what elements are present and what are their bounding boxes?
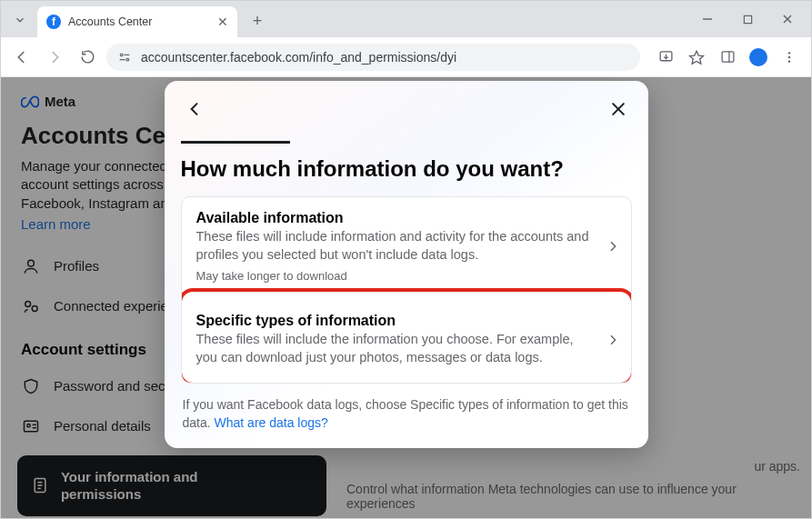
- chrome-menu-icon[interactable]: [775, 44, 804, 71]
- window-controls: [687, 1, 807, 37]
- modal-options-card: Available information These files will i…: [181, 196, 632, 384]
- option-title: Available information: [196, 210, 591, 226]
- tab-search-dropdown[interactable]: [8, 8, 32, 32]
- svg-rect-11: [722, 52, 734, 62]
- tab-bar: f Accounts Center ✕ +: [1, 1, 811, 37]
- nav-back-button[interactable]: [8, 44, 35, 71]
- window-maximize-button[interactable]: [727, 5, 767, 33]
- modal-title: How much information do you want?: [181, 156, 632, 182]
- nav-forward-button[interactable]: [41, 44, 68, 71]
- window-minimize-button[interactable]: [687, 5, 727, 33]
- tab-close-icon[interactable]: ✕: [217, 15, 228, 29]
- chevron-right-icon: [606, 239, 620, 254]
- url-input[interactable]: accountscenter.facebook.com/info_and_per…: [106, 44, 640, 71]
- facebook-favicon-icon: f: [46, 15, 61, 29]
- svg-point-14: [788, 55, 790, 57]
- browser-window: f Accounts Center ✕ + accountscenter.fac…: [0, 0, 812, 519]
- svg-point-6: [126, 58, 129, 61]
- svg-marker-10: [690, 51, 704, 64]
- svg-point-15: [788, 60, 790, 62]
- option-desc: These files will include the information…: [196, 331, 591, 366]
- what-are-data-logs-link[interactable]: What are data logs?: [215, 415, 328, 430]
- new-tab-button[interactable]: +: [245, 8, 270, 34]
- site-settings-icon[interactable]: [117, 50, 132, 65]
- option-specific-types[interactable]: Specific types of information These file…: [182, 295, 631, 383]
- side-panel-icon[interactable]: [713, 44, 742, 71]
- option-title: Specific types of information: [196, 313, 591, 329]
- svg-point-4: [120, 54, 123, 56]
- url-text: accountscenter.facebook.com/info_and_per…: [141, 50, 456, 65]
- download-info-modal: How much information do you want? Availa…: [165, 81, 648, 448]
- svg-point-13: [788, 52, 790, 54]
- option-note: May take longer to download: [196, 269, 591, 283]
- svg-rect-1: [744, 15, 751, 23]
- chevron-right-icon: [606, 333, 620, 347]
- profile-avatar-icon[interactable]: [744, 44, 773, 71]
- browser-tab[interactable]: f Accounts Center ✕: [37, 6, 237, 37]
- window-close-button[interactable]: [767, 5, 807, 33]
- nav-reload-button[interactable]: [74, 44, 101, 71]
- install-app-icon[interactable]: [651, 44, 680, 71]
- option-available-information[interactable]: Available information These files will i…: [182, 197, 631, 295]
- modal-back-button[interactable]: [181, 95, 208, 123]
- address-bar: accountscenter.facebook.com/info_and_per…: [1, 37, 811, 77]
- modal-accent-rule: [181, 141, 290, 144]
- modal-footer-note: If you want Facebook data logs, choose S…: [181, 396, 632, 432]
- bookmark-star-icon[interactable]: [682, 44, 711, 71]
- modal-close-button[interactable]: [605, 95, 632, 123]
- page-viewport: Meta Accounts Center Manage your connect…: [1, 77, 811, 518]
- tab-title: Accounts Center: [68, 15, 210, 28]
- modal-overlay[interactable]: How much information do you want? Availa…: [1, 77, 811, 518]
- option-desc: These files will include information and…: [196, 228, 591, 264]
